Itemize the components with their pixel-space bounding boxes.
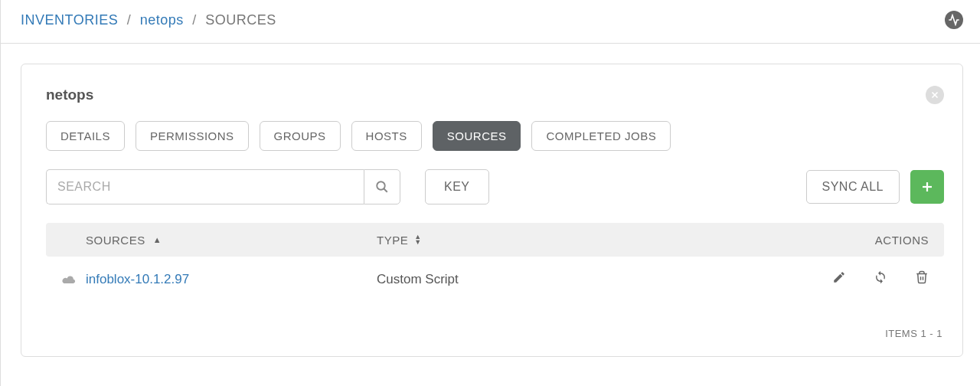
cloud-icon <box>61 274 86 285</box>
close-button[interactable] <box>926 86 944 104</box>
edit-button[interactable] <box>832 270 846 288</box>
svg-line-3 <box>384 188 387 192</box>
row-actions <box>832 270 929 288</box>
sort-icon: ▲▼ <box>414 234 421 245</box>
tab-completed-jobs[interactable]: COMPLETED JOBS <box>531 121 671 151</box>
delete-button[interactable] <box>915 270 929 288</box>
breadcrumb-separator: / <box>127 12 132 28</box>
search-group <box>46 169 400 204</box>
search-input[interactable] <box>46 169 364 204</box>
trash-icon <box>915 270 929 284</box>
breadcrumb: INVENTORIES / netops / SOURCES <box>21 12 276 28</box>
sources-card: netops DETAILS PERMISSIONS GROUPS HOSTS … <box>21 64 963 357</box>
breadcrumb-netops[interactable]: netops <box>140 12 184 28</box>
card-header: netops <box>46 86 944 104</box>
search-icon <box>375 180 389 194</box>
sort-ascending-icon: ▲ <box>153 235 162 244</box>
column-header-sources[interactable]: SOURCES ▲ <box>86 234 377 247</box>
column-header-type[interactable]: TYPE ▲▼ <box>377 234 875 247</box>
source-name: infoblox-10.1.2.97 <box>86 272 377 287</box>
key-button[interactable]: KEY <box>425 169 489 204</box>
refresh-icon <box>874 270 887 284</box>
search-button[interactable] <box>364 169 400 204</box>
tabs: DETAILS PERMISSIONS GROUPS HOSTS SOURCES… <box>46 121 944 151</box>
activity-icon[interactable] <box>945 11 963 29</box>
pencil-icon <box>832 270 846 284</box>
svg-point-2 <box>377 182 385 190</box>
tab-sources[interactable]: SOURCES <box>433 121 521 151</box>
tab-groups[interactable]: GROUPS <box>260 121 341 151</box>
sync-button[interactable] <box>874 270 887 288</box>
breadcrumb-separator: / <box>192 12 197 28</box>
sync-all-button[interactable]: SYNC ALL <box>806 170 900 204</box>
page-title: netops <box>46 87 93 103</box>
pagination-label: ITEMS 1 - 1 <box>46 328 944 339</box>
column-header-actions: ACTIONS <box>875 234 929 247</box>
table-header: SOURCES ▲ TYPE ▲▼ ACTIONS <box>46 223 944 257</box>
source-type: Custom Script <box>377 272 832 287</box>
add-button[interactable] <box>910 170 944 204</box>
tab-details[interactable]: DETAILS <box>46 121 125 151</box>
breadcrumb-inventories[interactable]: INVENTORIES <box>21 12 118 28</box>
top-bar: INVENTORIES / netops / SOURCES <box>1 0 980 44</box>
breadcrumb-current: SOURCES <box>205 12 276 28</box>
table-row: infoblox-10.1.2.97 Custom Script <box>46 257 944 302</box>
tab-permissions[interactable]: PERMISSIONS <box>136 121 249 151</box>
toolbar: KEY SYNC ALL <box>46 169 944 204</box>
plus-icon <box>920 180 934 194</box>
tab-hosts[interactable]: HOSTS <box>351 121 422 151</box>
source-link[interactable]: infoblox-10.1.2.97 <box>86 272 189 286</box>
